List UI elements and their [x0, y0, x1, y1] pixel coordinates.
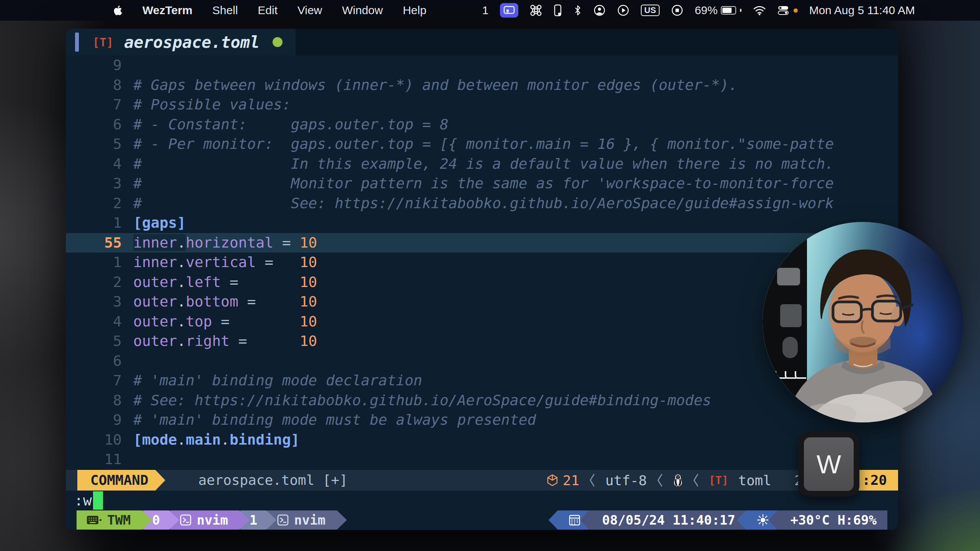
line-number: 55: [66, 233, 133, 253]
editor-line[interactable]: 3# Monitor pattern is the same as for 'w…: [66, 174, 898, 194]
line-text: # Monitor pattern is the same as for 'wo…: [133, 174, 834, 194]
line-text: # Gaps between windows (inner-*) and bet…: [133, 75, 738, 95]
line-number: 7: [66, 95, 133, 115]
editor-line[interactable]: 9# 'main' binding mode must be always pr…: [66, 410, 898, 430]
person: [763, 222, 963, 422]
chevron-left-icon: [657, 473, 663, 487]
toml-filetype-icon: [T]: [93, 36, 113, 49]
editor-line[interactable]: 5# - Per monitor: gaps.outer.top = [{ mo…: [66, 134, 898, 154]
wifi-icon[interactable]: [753, 5, 766, 15]
editor-line[interactable]: 11: [66, 450, 898, 469]
chevron-left-icon: [589, 473, 595, 487]
menu-item-edit[interactable]: Edit: [258, 4, 278, 17]
editor-line[interactable]: 9: [66, 55, 898, 75]
editor-line[interactable]: 7# Possible values:: [66, 95, 898, 115]
editor-line[interactable]: 2# See: https://nikitabobko.github.io/Ae…: [66, 194, 898, 214]
tmux-window-nvim-0[interactable]: nvim: [170, 510, 250, 530]
line-number: 2: [66, 272, 133, 292]
line-number: 11: [66, 450, 133, 469]
iphone-mirroring-icon[interactable]: [554, 4, 562, 16]
menu-bar: WezTerm Shell Edit View Window Help 1: [0, 0, 980, 21]
statusline-right: 21 utf-8 [T] toml 28%: [547, 470, 819, 491]
aerospace-command-icon[interactable]: [530, 4, 542, 16]
chevron-left-icon: [693, 473, 699, 487]
line-text: # 'main' binding mode declaration: [133, 371, 422, 391]
editor-line[interactable]: 8# Gaps between windows (inner-*) and be…: [66, 75, 898, 95]
line-text: # See: https://nikitabobko.github.io/Aer…: [133, 391, 711, 411]
editor-line[interactable]: 7# 'main' binding mode declaration: [66, 371, 898, 391]
editor-line[interactable]: 10[mode.main.binding]: [66, 430, 898, 450]
tmux-window-nvim-1[interactable]: nvim: [267, 510, 347, 530]
webcam-overlay: [763, 222, 963, 422]
screen: WezTerm Shell Edit View Window Help 1: [0, 0, 980, 551]
screen-record-stop-icon[interactable]: [671, 4, 683, 16]
encoding-label: utf-8: [605, 473, 647, 488]
statusline-filename: aerospace.toml [+]: [198, 470, 348, 491]
control-center-icon[interactable]: [777, 5, 789, 16]
line-number: 5: [66, 331, 133, 351]
keycap-label: W: [804, 437, 854, 491]
menu-clock[interactable]: Mon Aug 5 11:40 AM: [809, 4, 915, 17]
line-text: outer.top = 10: [133, 312, 317, 332]
editor-line[interactable]: 1inner.vertical = 10: [66, 253, 898, 272]
editor-line[interactable]: 6# - Constant: gaps.outer.top = 8: [66, 115, 898, 135]
tab-aerospace-toml[interactable]: [T] aerospace.toml: [66, 29, 296, 55]
facetime-user-icon[interactable]: [593, 4, 606, 16]
tmux-left: TWM 0nvim1nvim: [77, 510, 338, 530]
input-source-icon[interactable]: US: [641, 5, 660, 16]
active-tab-indicator: [75, 33, 79, 52]
keyboard-icon: [87, 514, 102, 526]
keystroke-overlay: W: [798, 432, 859, 497]
tab-title: aerospace.toml: [124, 33, 260, 52]
line-number: 3: [66, 292, 133, 312]
toml-filetype-icon: [T]: [709, 474, 728, 487]
menu-item-shell[interactable]: Shell: [212, 4, 238, 17]
statusline: COMMAND aerospace.toml [+] 21 utf-8 [T] …: [66, 470, 898, 491]
line-number: 7: [66, 371, 133, 391]
editor-line[interactable]: 1[gaps]: [66, 213, 898, 233]
line-number: 3: [66, 174, 133, 194]
line-number: 9: [66, 410, 133, 430]
plugin-counter: 21: [547, 473, 579, 488]
editor-line[interactable]: 8# See: https://nikitabobko.github.io/Ae…: [66, 391, 898, 411]
cmdline-text: :w: [74, 492, 92, 509]
editor-line[interactable]: 4# In this example, 24 is a default valu…: [66, 154, 898, 174]
tmux-session-badge[interactable]: TWM: [77, 510, 152, 530]
filetype-label: toml: [738, 473, 771, 488]
command-line[interactable]: :w: [74, 491, 103, 510]
play-icon[interactable]: [617, 4, 629, 16]
modified-dot-icon: [273, 37, 283, 47]
battery-indicator[interactable]: 69%: [695, 4, 742, 17]
mic-in-use-dot: [794, 8, 798, 13]
line-number: 10: [66, 430, 133, 450]
line-text: [mode.main.binding]: [133, 430, 300, 450]
vim-mode-badge: COMMAND: [77, 470, 165, 491]
line-number: 8: [66, 75, 133, 95]
line-text: outer.left = 10: [133, 272, 317, 292]
linux-penguin-icon: [673, 474, 683, 487]
tmux-status-bar: TWM 0nvim1nvim 08/05/24 11:40:17 +30°C H…: [66, 510, 898, 530]
menu-item-app[interactable]: WezTerm: [142, 4, 193, 17]
workspace-indicator[interactable]: 1: [482, 4, 488, 17]
menu-item-window[interactable]: Window: [342, 4, 383, 17]
line-text: outer.bottom = 10: [133, 292, 317, 312]
line-number: 2: [66, 194, 133, 214]
line-text: outer.right = 10: [133, 331, 317, 351]
package-icon: [547, 474, 558, 487]
tmux-weather: +30°C H:69%: [768, 510, 887, 530]
screen-mirroring-icon[interactable]: [500, 3, 518, 18]
line-number: 4: [66, 312, 133, 332]
line-number: 1: [66, 213, 133, 233]
menu-left: WezTerm Shell Edit View Window Help: [0, 4, 426, 17]
tmux-right: 08/05/24 11:40:17 +30°C H:69%: [558, 510, 887, 530]
bluetooth-icon[interactable]: [573, 4, 582, 16]
menu-item-view[interactable]: View: [297, 4, 322, 17]
apple-icon[interactable]: [113, 5, 122, 16]
editor-buffer[interactable]: 98# Gaps between windows (inner-*) and b…: [66, 55, 898, 469]
line-number: 5: [66, 134, 133, 154]
line-text: # 'main' binding mode must be always pre…: [133, 410, 536, 430]
tab-bar: [T] aerospace.toml: [66, 29, 898, 55]
editor-line-current[interactable]: 55inner.horizontal = 10: [66, 233, 898, 253]
battery-icon: [721, 6, 736, 15]
menu-item-help[interactable]: Help: [403, 4, 426, 17]
